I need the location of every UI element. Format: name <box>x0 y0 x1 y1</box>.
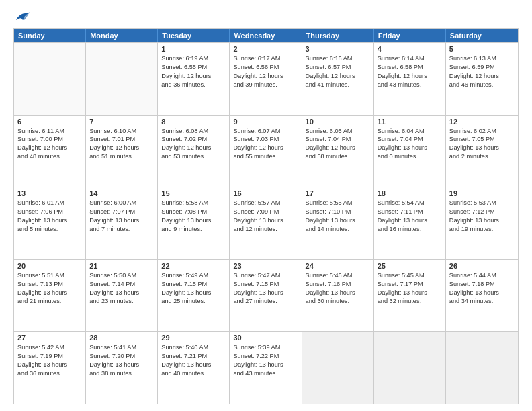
day-info-line: Sunset: 7:11 PM <box>378 208 442 216</box>
day-cell-21: 21Sunrise: 5:50 AMSunset: 7:14 PMDayligh… <box>86 260 158 332</box>
day-info-line: Sunrise: 5:58 AM <box>161 199 226 208</box>
day-info-line: Sunrise: 5:55 AM <box>306 199 370 208</box>
day-info-line: Sunset: 7:16 PM <box>306 280 370 289</box>
day-info: Sunrise: 5:45 AMSunset: 7:17 PMDaylight:… <box>378 271 442 306</box>
day-info: Sunrise: 5:42 AMSunset: 7:19 PMDaylight:… <box>17 343 82 378</box>
day-info: Sunrise: 6:17 AMSunset: 6:56 PMDaylight:… <box>233 54 298 89</box>
day-info-line: Daylight: 13 hours <box>17 361 82 369</box>
day-number: 12 <box>449 118 515 126</box>
day-number: 23 <box>233 262 298 270</box>
day-info-line: Daylight: 12 hours <box>161 72 226 81</box>
day-info-line: and 30 minutes. <box>306 297 370 306</box>
day-info-line: Sunrise: 5:54 AM <box>378 199 442 208</box>
day-info-line: and 2 minutes. <box>449 152 515 161</box>
day-info-line: Sunrise: 6:19 AM <box>161 54 226 63</box>
day-info: Sunrise: 5:41 AMSunset: 7:20 PMDaylight:… <box>89 343 154 378</box>
day-info: Sunrise: 5:58 AMSunset: 7:08 PMDaylight:… <box>161 199 226 234</box>
day-info-line: Sunset: 7:15 PM <box>233 280 298 289</box>
day-number: 22 <box>161 262 226 270</box>
day-info: Sunrise: 6:00 AMSunset: 7:07 PMDaylight:… <box>89 199 154 234</box>
day-info: Sunrise: 6:11 AMSunset: 7:00 PMDaylight:… <box>17 127 82 162</box>
day-info-line: and 34 minutes. <box>449 297 515 306</box>
calendar-body: 1Sunrise: 6:19 AMSunset: 6:55 PMDaylight… <box>14 42 518 404</box>
day-info-line: Sunset: 6:59 PM <box>449 63 515 72</box>
empty-cell <box>374 332 446 404</box>
day-info: Sunrise: 6:05 AMSunset: 7:04 PMDaylight:… <box>306 127 370 162</box>
day-info-line: Sunset: 7:12 PM <box>449 208 515 216</box>
day-cell-11: 11Sunrise: 6:04 AMSunset: 7:04 PMDayligh… <box>374 116 446 187</box>
day-info-line: Daylight: 13 hours <box>89 361 154 369</box>
day-info-line: Sunrise: 5:50 AM <box>89 271 154 280</box>
day-info-line: and 36 minutes. <box>17 369 82 378</box>
day-info-line: Sunrise: 5:47 AM <box>233 271 298 280</box>
empty-cell <box>14 43 86 115</box>
day-info-line: Sunrise: 6:04 AM <box>378 127 442 136</box>
day-info: Sunrise: 5:47 AMSunset: 7:15 PMDaylight:… <box>233 271 298 306</box>
day-info-line: and 36 minutes. <box>161 81 226 89</box>
day-info-line: Sunset: 7:03 PM <box>233 135 298 144</box>
day-info: Sunrise: 5:55 AMSunset: 7:10 PMDaylight:… <box>306 199 370 234</box>
day-info-line: Daylight: 13 hours <box>89 216 154 225</box>
day-info-line: Sunrise: 5:44 AM <box>449 271 515 280</box>
day-info-line: Sunrise: 6:07 AM <box>233 127 298 136</box>
day-info-line: Sunset: 6:58 PM <box>378 63 442 72</box>
day-number: 14 <box>89 189 154 197</box>
day-number: 10 <box>306 118 370 126</box>
day-info-line: Sunset: 7:22 PM <box>233 352 298 361</box>
day-cell-19: 19Sunrise: 5:53 AMSunset: 7:12 PMDayligh… <box>446 187 518 259</box>
day-info-line: Daylight: 13 hours <box>161 216 226 225</box>
day-info-line: Sunrise: 5:40 AM <box>161 343 226 352</box>
day-cell-12: 12Sunrise: 6:02 AMSunset: 7:05 PMDayligh… <box>446 116 518 187</box>
day-cell-6: 6Sunrise: 6:11 AMSunset: 7:00 PMDaylight… <box>14 116 86 187</box>
day-info-line: Daylight: 13 hours <box>378 216 442 225</box>
day-number: 30 <box>233 334 298 342</box>
day-info-line: Sunset: 7:14 PM <box>89 280 154 289</box>
day-info-line: Daylight: 13 hours <box>378 144 442 152</box>
day-cell-17: 17Sunrise: 5:55 AMSunset: 7:10 PMDayligh… <box>302 187 374 259</box>
day-cell-10: 10Sunrise: 6:05 AMSunset: 7:04 PMDayligh… <box>302 116 374 187</box>
day-info-line: Sunrise: 6:16 AM <box>306 54 370 63</box>
day-info-line: Sunset: 7:15 PM <box>161 280 226 289</box>
day-info-line: and 38 minutes. <box>89 369 154 378</box>
day-info-line: and 41 minutes. <box>306 81 370 89</box>
day-info-line: Sunrise: 5:42 AM <box>17 343 82 352</box>
day-info-line: Sunrise: 5:41 AM <box>89 343 154 352</box>
day-cell-16: 16Sunrise: 5:57 AMSunset: 7:09 PMDayligh… <box>230 187 302 259</box>
week-row-3: 13Sunrise: 6:01 AMSunset: 7:06 PMDayligh… <box>14 187 518 259</box>
day-info-line: and 5 minutes. <box>17 225 82 234</box>
day-info: Sunrise: 5:40 AMSunset: 7:21 PMDaylight:… <box>161 343 226 378</box>
day-info-line: Sunset: 7:09 PM <box>233 208 298 216</box>
day-info-line: Sunset: 7:06 PM <box>17 208 82 216</box>
week-row-5: 27Sunrise: 5:42 AMSunset: 7:19 PMDayligh… <box>14 331 518 404</box>
day-info-line: and 0 minutes. <box>378 152 442 161</box>
day-info: Sunrise: 6:01 AMSunset: 7:06 PMDaylight:… <box>17 199 82 234</box>
day-info-line: Daylight: 13 hours <box>306 216 370 225</box>
day-info-line: Daylight: 13 hours <box>449 144 515 152</box>
day-info-line: and 48 minutes. <box>17 152 82 161</box>
day-info-line: Sunrise: 5:49 AM <box>161 271 226 280</box>
day-number: 5 <box>449 45 515 53</box>
day-number: 7 <box>89 118 154 126</box>
day-info-line: Sunrise: 6:11 AM <box>17 127 82 136</box>
day-info-line: and 43 minutes. <box>233 369 298 378</box>
day-cell-27: 27Sunrise: 5:42 AMSunset: 7:19 PMDayligh… <box>14 332 86 404</box>
day-number: 20 <box>17 262 82 270</box>
day-cell-23: 23Sunrise: 5:47 AMSunset: 7:15 PMDayligh… <box>230 260 302 332</box>
day-cell-20: 20Sunrise: 5:51 AMSunset: 7:13 PMDayligh… <box>14 260 86 332</box>
day-info-line: and 40 minutes. <box>161 369 226 378</box>
day-info-line: Sunset: 7:20 PM <box>89 352 154 361</box>
col-header-wednesday: Wednesday <box>230 29 302 42</box>
day-info-line: and 12 minutes. <box>233 225 298 234</box>
empty-cell <box>86 43 158 115</box>
day-cell-3: 3Sunrise: 6:16 AMSunset: 6:57 PMDaylight… <box>302 43 374 115</box>
day-info: Sunrise: 6:10 AMSunset: 7:01 PMDaylight:… <box>89 127 154 162</box>
day-info: Sunrise: 6:16 AMSunset: 6:57 PMDaylight:… <box>306 54 370 89</box>
day-info-line: Daylight: 12 hours <box>306 144 370 152</box>
day-info-line: Daylight: 13 hours <box>161 289 226 298</box>
day-info: Sunrise: 5:57 AMSunset: 7:09 PMDaylight:… <box>233 199 298 234</box>
day-info-line: Daylight: 13 hours <box>449 216 515 225</box>
day-info: Sunrise: 6:02 AMSunset: 7:05 PMDaylight:… <box>449 127 515 162</box>
day-info-line: Sunset: 7:00 PM <box>17 135 82 144</box>
week-row-1: 1Sunrise: 6:19 AMSunset: 6:55 PMDaylight… <box>14 42 518 115</box>
header <box>13 11 519 23</box>
